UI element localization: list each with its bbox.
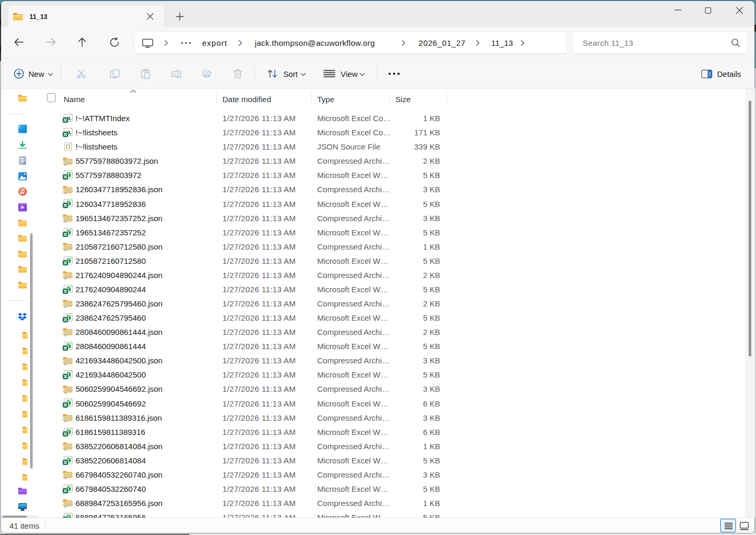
svg-text:A: A (173, 71, 176, 76)
